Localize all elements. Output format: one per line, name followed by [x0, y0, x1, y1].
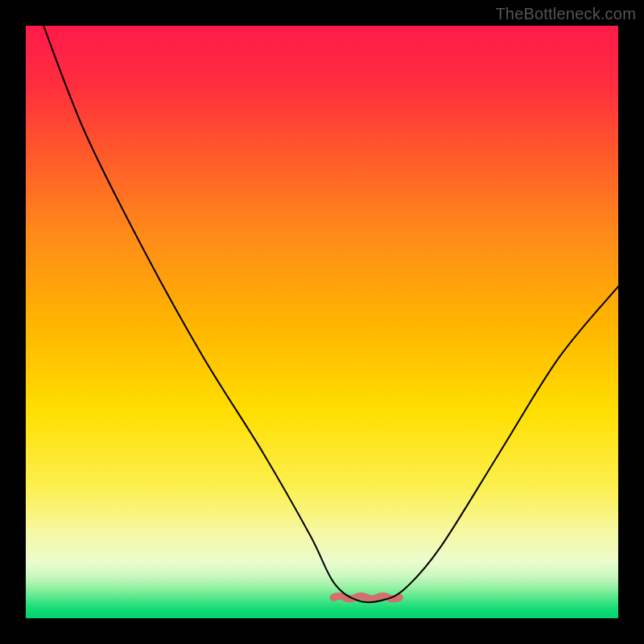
watermark-text: TheBottleneck.com	[495, 5, 636, 23]
chart-frame: TheBottleneck.com	[0, 0, 644, 644]
curve-layer	[26, 26, 618, 618]
flat-band-end-left	[330, 593, 338, 601]
plot-area	[26, 26, 618, 618]
bottleneck-curve	[43, 26, 618, 602]
